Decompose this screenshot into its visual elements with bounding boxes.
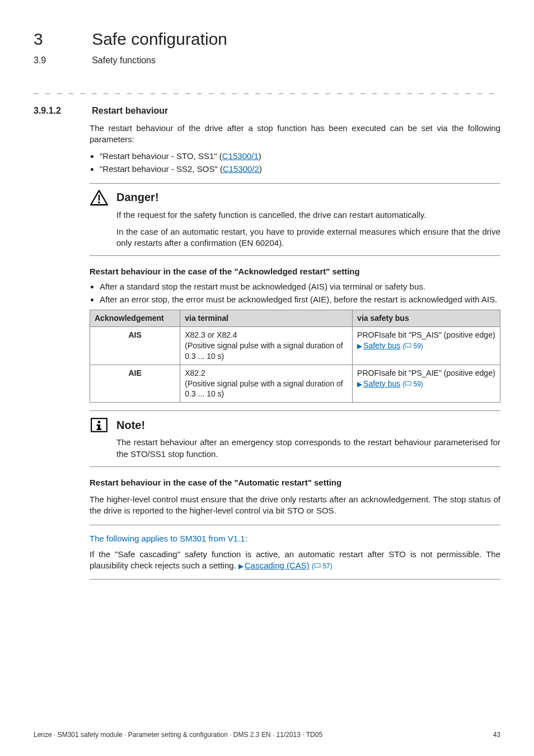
table-row: AIS X82.3 or X82.4 (Positive signal puls… [90,326,500,365]
note-title: Note! [116,418,145,433]
danger-header: Danger! [90,189,500,206]
list-item: After a standard stop the restart must b… [100,281,500,292]
col-header-terminal: via terminal [180,310,353,327]
svg-rect-6 [97,424,99,426]
footer-page-number: 43 [493,730,500,739]
chapter-title: Safe configuration [92,28,227,51]
applies-to-note: The following applies to SM301 from V1.1… [90,533,500,544]
cell-safetybus: PROFIsafe bit "PS_AIE" (positive edge) ▶… [353,365,500,403]
table-header-row: Acknowledgement via terminal via safety … [90,310,500,327]
cascading-link[interactable]: Cascading (CAS) [245,561,310,570]
chapter-number: 3 [34,28,90,51]
col-header-ack: Acknowledgement [90,310,180,327]
divider-dashed: _ _ _ _ _ _ _ _ _ _ _ _ _ _ _ _ _ _ _ _ … [34,84,500,95]
list-item: "Restart behaviour - SS2, SOS" (C15300/2… [100,164,500,175]
page-ref: ( 59) [402,380,423,388]
note-body: The restart behaviour after an emergency… [116,437,500,460]
section-number: 3.9 [34,54,90,67]
chapter-header: 3 Safe configuration [34,28,500,51]
page-root: 3 Safe configuration 3.9 Safety function… [0,0,534,756]
body-content: The restart behaviour of the drive after… [90,123,500,580]
note-paragraph: The restart behaviour after an emergency… [116,437,500,460]
list-text-prefix: "Restart behaviour - STO, SS1" ( [100,151,222,161]
triangle-bullet-icon: ▶ [357,342,362,350]
subsection-title: Restart behaviour [92,105,168,117]
bus-line: PROFIsafe bit "PS_AIE" (positive edge) [357,368,495,379]
svg-point-2 [98,201,100,203]
page-footer: Lenze · SM301 safety module · Parameter … [34,730,500,739]
book-icon [405,343,411,348]
cascade-paragraph: If the "Safe cascading" safety function … [90,549,500,572]
section-header: 3.9 Safety functions [34,51,500,67]
bus-link-row: ▶Safety bus ( 59) [357,340,495,351]
danger-paragraph: In the case of an automatic restart, you… [116,226,500,249]
cell-terminal: X82.2 (Positive signal pulse with a sign… [180,365,353,403]
bus-line: PROFIsafe bit "PS_AIS" (positive edge) [357,330,495,340]
danger-callout: Danger! If the request for the safety fu… [90,183,500,256]
table-row: AIE X82.2 (Positive signal pulse with a … [90,365,500,403]
intro-paragraph: The restart behaviour of the drive after… [90,123,500,146]
list-text-suffix: ) [259,151,261,161]
triangle-bullet-icon: ▶ [357,380,362,388]
danger-body: If the request for the safety function i… [116,209,500,249]
cell-safetybus: PROFIsafe bit "PS_AIS" (positive edge) ▶… [353,326,500,365]
list-item: After an error stop, the error must be a… [100,294,500,305]
page-ref: ( 57) [312,562,332,570]
safety-bus-link[interactable]: Safety bus [363,341,400,350]
divider [90,525,500,525]
bus-link-row: ▶Safety bus ( 59) [357,379,495,389]
warning-triangle-icon [90,189,109,206]
page-num: 57 [322,562,330,570]
col-header-safetybus: via safety bus [353,310,500,327]
cell-ack: AIE [90,365,180,403]
divider [90,579,500,580]
auto-restart-paragraph: The higher-level control must ensure tha… [90,494,500,517]
auto-restart-heading: Restart behaviour in the case of the "Au… [90,477,500,488]
list-item: "Restart behaviour - STO, SS1" (C15300/1… [100,151,500,162]
note-header: Note! [90,417,500,433]
page-ref: ( 59) [402,342,423,350]
cell-ack: AIS [90,326,180,365]
subsection-header: 3.9.1.2 Restart behaviour [34,105,500,117]
page-num: 59 [414,380,421,388]
book-icon [314,563,321,568]
section-title: Safety functions [92,54,156,67]
footer-left: Lenze · SM301 safety module · Parameter … [34,730,322,739]
danger-title: Danger! [116,190,159,205]
book-icon [405,381,411,386]
xref-link[interactable]: C15300/2 [223,164,259,174]
safety-bus-link[interactable]: Safety bus [363,379,400,388]
svg-point-4 [98,421,101,424]
cell-terminal: X82.3 or X82.4 (Positive signal pulse wi… [180,326,353,365]
list-text-suffix: ) [259,164,262,174]
ack-bullet-list: After a standard stop the restart must b… [90,281,500,306]
ack-restart-heading: Restart behaviour in the case of the "Ac… [90,266,500,277]
parameter-list: "Restart behaviour - STO, SS1" (C15300/1… [90,151,500,175]
info-box-icon [90,417,109,433]
svg-rect-7 [97,429,102,431]
xref-link[interactable]: C15300/1 [222,151,259,161]
acknowledgement-table: Acknowledgement via terminal via safety … [90,310,500,403]
danger-paragraph: If the request for the safety function i… [116,209,500,221]
subsection-number: 3.9.1.2 [34,105,90,117]
page-num: 59 [414,342,421,350]
list-text-prefix: "Restart behaviour - SS2, SOS" ( [100,164,223,174]
note-callout: Note! The restart behaviour after an eme… [90,410,500,467]
triangle-bullet-icon: ▶ [238,562,243,570]
